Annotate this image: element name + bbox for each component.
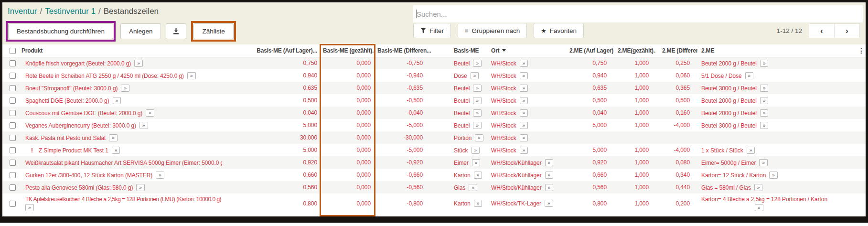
2me-cell[interactable]: Beutel 3000 g / Beutel»	[697, 119, 855, 131]
ort-cell[interactable]: WH/Stock/TK-Lager»	[487, 194, 568, 213]
open-uom-button[interactable]: »	[473, 85, 482, 92]
2me-gezaehlt-cell[interactable]: 1,000	[614, 194, 655, 213]
column-header-2me[interactable]: 2.ME	[697, 44, 855, 57]
table-row[interactable]: Gurken 12er /300-400, 12 Stück Karton (M…	[2, 169, 866, 181]
breadcrumb-link-inventur[interactable]: Inventur	[8, 7, 37, 16]
open-2me-button[interactable]: »	[755, 204, 763, 211]
open-location-button[interactable]: »	[520, 134, 528, 141]
open-location-button[interactable]: »	[520, 85, 528, 92]
open-2me-button[interactable]: »	[760, 109, 769, 117]
row-checkbox[interactable]	[10, 122, 16, 129]
select-all-checkbox[interactable]	[10, 48, 16, 54]
open-product-button[interactable]: »	[187, 72, 196, 79]
2me-cell[interactable]: Beutel 2000 g / Beutel»	[697, 107, 855, 119]
basis-me-differenz-cell[interactable]: -0,750	[375, 57, 432, 69]
2me-auf-lager-cell[interactable]: 0,940	[568, 69, 614, 82]
product-cell[interactable]: Couscous mit Gemüse DGE (Beutel: 2000.0 …	[21, 107, 222, 119]
basis-me-differenz-cell[interactable]: -5,000	[375, 144, 432, 156]
open-2me-button[interactable]: »	[759, 159, 768, 166]
table-row[interactable]: Boeuf "Stroganoff" (Beutel: 3000.0 g)» 0…	[2, 82, 866, 94]
2me-differenz-cell[interactable]: 0,500	[655, 94, 697, 107]
open-location-button[interactable]: »	[520, 60, 528, 67]
product-cell[interactable]: !Z Simple Product MK Test 1»	[21, 144, 222, 156]
2me-cell[interactable]: Beutel 2000 g / Beutel»	[697, 57, 855, 69]
ort-cell[interactable]: WH/Stock»	[487, 57, 568, 69]
basis-me-differenz-cell[interactable]: -30,000	[375, 131, 432, 144]
row-checkbox[interactable]	[10, 135, 16, 141]
2me-differenz-cell[interactable]: -4,000	[655, 144, 697, 156]
open-uom-button[interactable]: »	[469, 184, 477, 191]
row-checkbox[interactable]	[10, 172, 16, 178]
basis-me-differenz-cell[interactable]: -0,635	[375, 82, 432, 94]
basis-me-gezaehlt-cell[interactable]: 0,000	[321, 119, 375, 131]
open-product-button[interactable]: »	[121, 85, 129, 92]
product-cell[interactable]: Pesto alla Genovese 580ml (Glas: 580.0 g…	[21, 181, 222, 194]
ort-cell[interactable]: WH/Stock/Kühllager»	[487, 169, 568, 181]
table-row[interactable]: Weißkrautsalat pikant Hausmacher Art SER…	[2, 156, 866, 169]
product-cell[interactable]: Spaghetti DGE (Beutel: 2000.0 g)»	[21, 94, 222, 107]
row-checkbox[interactable]	[10, 60, 16, 66]
2me-differenz-cell[interactable]: 0,160	[655, 107, 697, 119]
column-header-basis-me-differenz[interactable]: Basis-ME (Differen...	[375, 44, 432, 57]
ort-cell[interactable]: WH/Stock»	[487, 69, 568, 82]
2me-differenz-cell[interactable]: 0,250	[655, 57, 697, 69]
basis-me-auf-lager-cell[interactable]: 30,000	[222, 131, 321, 144]
select-all-header[interactable]	[2, 44, 21, 57]
open-uom-button[interactable]: »	[472, 159, 481, 166]
open-2me-button[interactable]: »	[769, 172, 778, 179]
2me-differenz-cell[interactable]: 0,365	[655, 82, 697, 94]
2me-gezaehlt-cell[interactable]: 1,000	[614, 169, 655, 181]
basis-me-cell[interactable]: Beutel»	[432, 94, 487, 107]
table-row[interactable]: Rote Beete in Scheiben ATG 2550 g / 4250…	[2, 69, 866, 82]
basis-me-differenz-cell[interactable]: -0,040	[375, 107, 432, 119]
table-row[interactable]: !Z Simple Product MK Test 1» 5,000 0,000…	[2, 144, 866, 156]
column-header-basis-me[interactable]: Basis-ME	[432, 44, 487, 57]
basis-me-differenz-cell[interactable]: -0,560	[375, 181, 432, 194]
column-header-ort[interactable]: Ort	[487, 44, 568, 57]
product-cell[interactable]: Knöpfle frisch vorgegart (Beutel: 2000.0…	[21, 57, 222, 69]
2me-differenz-cell[interactable]: 0,080	[655, 156, 697, 169]
basis-me-differenz-cell[interactable]: -0,500	[375, 94, 432, 107]
ort-cell[interactable]: WH/Stock»	[487, 107, 568, 119]
basis-me-cell[interactable]: Portion»	[432, 131, 487, 144]
basis-me-gezaehlt-cell[interactable]: 0,000	[321, 82, 375, 94]
2me-cell[interactable]: Eimer= 5000g / Eimer»	[697, 156, 855, 169]
open-product-button[interactable]: »	[25, 204, 34, 211]
2me-gezaehlt-cell[interactable]: 1,000	[614, 181, 655, 194]
open-2me-button[interactable]: »	[760, 85, 769, 92]
basis-me-gezaehlt-cell[interactable]: 0,000	[321, 57, 375, 69]
ort-cell[interactable]: WH/Stock»	[487, 94, 568, 107]
table-row[interactable]: Kask. Pasta mit Pesto und Salat» 30,000 …	[2, 131, 866, 144]
basis-me-gezaehlt-cell[interactable]: 0,000	[321, 169, 375, 181]
open-location-button[interactable]: »	[545, 172, 554, 179]
2me-auf-lager-cell[interactable]: 5,000	[568, 144, 614, 156]
table-row[interactable]: TK Apfelstreuselkuchen 4 Bleche a 2,5kg …	[2, 194, 866, 213]
2me-cell[interactable]: Beutel 2000 g / Beutel»	[697, 94, 855, 107]
2me-differenz-cell[interactable]	[655, 131, 697, 144]
open-product-button[interactable]: »	[139, 122, 148, 129]
open-product-button[interactable]: »	[109, 134, 118, 141]
open-uom-button[interactable]: »	[474, 200, 482, 207]
basis-me-cell[interactable]: Beutel»	[432, 119, 487, 131]
open-2me-button[interactable]: »	[747, 147, 755, 154]
basis-me-gezaehlt-cell[interactable]: 0,000	[321, 194, 375, 213]
table-row[interactable]: Pesto alla Genovese 580ml (Glas: 580.0 g…	[2, 181, 866, 194]
row-checkbox[interactable]	[10, 97, 16, 104]
basis-me-cell[interactable]: Karton»	[432, 194, 487, 213]
open-location-button[interactable]: »	[520, 72, 528, 79]
row-checkbox[interactable]	[10, 73, 16, 79]
basis-me-auf-lager-cell[interactable]: 0,040	[222, 107, 321, 119]
breadcrumb-link-testinventur[interactable]: Testinventur 1	[45, 7, 96, 16]
basis-me-gezaehlt-cell[interactable]: 0,000	[321, 156, 375, 169]
post-inventory-button[interactable]: Bestandsbuchung durchführen	[8, 23, 113, 39]
product-cell[interactable]: Weißkrautsalat pikant Hausmacher Art SER…	[21, 156, 222, 169]
2me-gezaehlt-cell[interactable]: 1,000	[614, 144, 655, 156]
2me-auf-lager-cell[interactable]: 0,040	[568, 107, 614, 119]
open-product-button[interactable]: »	[156, 172, 164, 179]
open-uom-button[interactable]: »	[473, 97, 482, 104]
ort-cell[interactable]: WH/Stock»	[487, 131, 568, 144]
2me-auf-lager-cell[interactable]	[568, 131, 614, 144]
open-location-button[interactable]: »	[520, 122, 528, 129]
ort-cell[interactable]: WH/Stock»	[487, 82, 568, 94]
open-product-button[interactable]: »	[113, 97, 121, 104]
